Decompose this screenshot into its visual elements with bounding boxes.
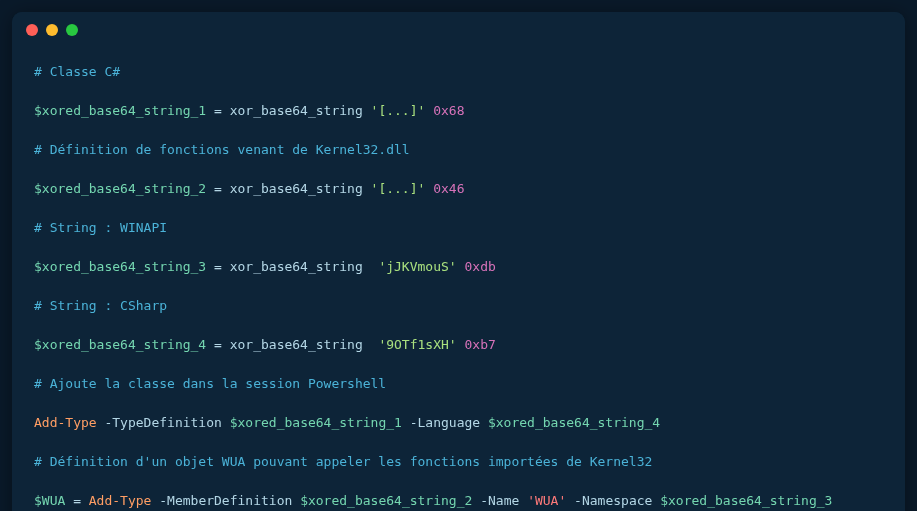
code-line: # String : WINAPI (34, 218, 883, 238)
minimize-icon[interactable] (46, 24, 58, 36)
function-call: xor_base64_string (230, 259, 379, 274)
variable: $xored_base64_string_1 (230, 415, 402, 430)
terminal-window: # Classe C# $xored_base64_string_1 = xor… (12, 12, 905, 511)
blank-line (34, 472, 883, 492)
variable: $xored_base64_string_2 (300, 493, 472, 508)
variable: $xored_base64_string_2 (34, 181, 206, 196)
string: '[...]' (371, 103, 426, 118)
operator: = (65, 493, 88, 508)
blank-line (34, 121, 883, 141)
blank-line (34, 355, 883, 375)
code-line: $xored_base64_string_3 = xor_base64_stri… (34, 257, 883, 277)
blank-line (34, 82, 883, 102)
variable: $xored_base64_string_3 (660, 493, 832, 508)
cmdlet: Add-Type (34, 415, 97, 430)
comment: # Classe C# (34, 64, 120, 79)
code-line: # Définition de fonctions venant de Kern… (34, 140, 883, 160)
code-line: # Classe C# (34, 62, 883, 82)
flag: -MemberDefinition (151, 493, 300, 508)
code-line: $xored_base64_string_4 = xor_base64_stri… (34, 335, 883, 355)
code-line: $xored_base64_string_2 = xor_base64_stri… (34, 179, 883, 199)
blank-line (34, 316, 883, 336)
code-line: $xored_base64_string_1 = xor_base64_stri… (34, 101, 883, 121)
variable: $xored_base64_string_4 (34, 337, 206, 352)
string: 'jJKVmouS' (378, 259, 456, 274)
flag: -TypeDefinition (97, 415, 230, 430)
flag: -Language (402, 415, 488, 430)
close-icon[interactable] (26, 24, 38, 36)
variable: $xored_base64_string_3 (34, 259, 206, 274)
flag: -Namespace (566, 493, 660, 508)
flag: -Name (472, 493, 527, 508)
variable: $xored_base64_string_4 (488, 415, 660, 430)
string: 'WUA' (527, 493, 566, 508)
code-line: # Définition d'un objet WUA pouvant appe… (34, 452, 883, 472)
string: '9OTf1sXH' (378, 337, 456, 352)
function-call: xor_base64_string (230, 337, 379, 352)
blank-line (34, 199, 883, 219)
blank-line (34, 238, 883, 258)
cmdlet: Add-Type (89, 493, 152, 508)
blank-line (34, 160, 883, 180)
operator: = (206, 181, 229, 196)
variable: $xored_base64_string_1 (34, 103, 206, 118)
blank-line (34, 433, 883, 453)
string: '[...]' (371, 181, 426, 196)
variable: $WUA (34, 493, 65, 508)
blank-line (34, 277, 883, 297)
operator: = (206, 103, 229, 118)
comment: # String : CSharp (34, 298, 167, 313)
number: 0x46 (425, 181, 464, 196)
operator: = (206, 337, 229, 352)
code-line: # Ajoute la classe dans la session Power… (34, 374, 883, 394)
comment: # String : WINAPI (34, 220, 167, 235)
code-line: # String : CSharp (34, 296, 883, 316)
number: 0x68 (425, 103, 464, 118)
number: 0xdb (457, 259, 496, 274)
maximize-icon[interactable] (66, 24, 78, 36)
code-line: $WUA = Add-Type -MemberDefinition $xored… (34, 491, 883, 511)
number: 0xb7 (457, 337, 496, 352)
blank-line (34, 394, 883, 414)
code-line: Add-Type -TypeDefinition $xored_base64_s… (34, 413, 883, 433)
function-call: xor_base64_string (230, 181, 371, 196)
code-area: # Classe C# $xored_base64_string_1 = xor… (12, 48, 905, 511)
comment: # Définition de fonctions venant de Kern… (34, 142, 410, 157)
function-call: xor_base64_string (230, 103, 371, 118)
titlebar (12, 12, 905, 48)
comment: # Ajoute la classe dans la session Power… (34, 376, 386, 391)
comment: # Définition d'un objet WUA pouvant appe… (34, 454, 652, 469)
operator: = (206, 259, 229, 274)
